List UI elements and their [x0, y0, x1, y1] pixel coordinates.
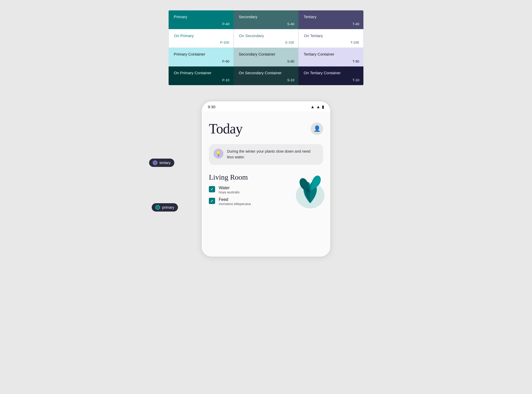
palette-cell: On Tertiary ContainerT-10 [298, 66, 363, 85]
signal-icon: ▲ [316, 105, 320, 109]
palette-cell-code: T-10 [353, 78, 359, 82]
palette-cell-code: S-100 [285, 40, 294, 44]
checkmark-icon-2: ✓ [210, 199, 214, 203]
tertiary-label: tertiary [159, 161, 171, 165]
phone-content: Today 👤 💡 During the winter your plants … [202, 111, 330, 257]
task-list: ✓ Water hoya australis ✓ Feed monstera s… [209, 186, 323, 206]
checkbox-water[interactable]: ✓ [209, 186, 215, 192]
palette-cell: On Primary ContainerP-10 [169, 66, 234, 85]
person-icon: 👤 [314, 125, 321, 132]
palette-cell-code: T-90 [353, 59, 359, 63]
palette-cell-label: Primary Container [174, 52, 228, 56]
palette-cell-label: Tertiary [304, 15, 358, 19]
palette-cell: Primary ContainerP-90 [169, 48, 234, 66]
palette-cell-code: T-40 [353, 22, 359, 26]
tip-card: 💡 During the winter your plants slow dow… [209, 144, 323, 165]
status-bar: 9:30 ▲ ▲ ▮ [202, 101, 330, 111]
palette-cell-code: P-90 [222, 59, 229, 63]
palette-cell-label: On Tertiary [304, 33, 358, 38]
palette-cell-code: S-10 [287, 78, 294, 82]
status-icons: ▲ ▲ ▮ [310, 104, 324, 109]
task-text-feed: Feed monstera siltepecana [219, 197, 251, 206]
status-time: 9:30 [208, 105, 215, 109]
palette-table: PrimaryP-40SecondaryS-40TertiaryT-40On P… [169, 10, 363, 85]
tip-icon: 💡 [214, 149, 223, 159]
checkbox-feed[interactable]: ✓ [209, 198, 215, 204]
phone-header: Today 👤 [209, 121, 323, 137]
task-name-water: Water [219, 186, 240, 190]
primary-pill: primary [152, 203, 178, 212]
palette-cell: TertiaryT-40 [298, 10, 363, 29]
palette-cell: On TertiaryT-100 [298, 29, 363, 48]
palette-cell-label: On Tertiary Container [304, 71, 358, 75]
palette-cell-code: P-40 [222, 22, 229, 26]
palette-cell-label: On Primary Container [174, 71, 228, 75]
primary-label: primary [162, 205, 174, 209]
palette-cell-label: Secondary Container [239, 52, 293, 56]
palette-cell: On PrimaryP-100 [169, 29, 234, 48]
tertiary-pill: tertiary [149, 159, 174, 167]
task-name-feed: Feed [219, 197, 251, 202]
phone-wrapper: tertiary primary 9:30 ▲ ▲ ▮ Today 👤 [201, 101, 331, 257]
palette-cell: On SecondaryS-100 [234, 29, 298, 48]
checkmark-icon: ✓ [210, 187, 214, 191]
palette-cell: On Secondary ContainerS-10 [234, 66, 298, 85]
palette-cell: PrimaryP-40 [169, 10, 234, 29]
palette-cell-code: P-10 [222, 78, 229, 82]
palette-cell: Tertiary ContainerT-90 [298, 48, 363, 66]
wifi-icon: ▲ [310, 105, 315, 109]
palette-cell: Secondary ContainerS-90 [234, 48, 298, 66]
primary-annotation: primary [152, 207, 162, 208]
tertiary-annotation: tertiary [149, 162, 162, 163]
palette-cell-code: P-100 [220, 40, 229, 44]
palette-cell: SecondaryS-40 [234, 10, 298, 29]
palette-cell-label: On Secondary [239, 33, 293, 38]
palette-cell-label: On Secondary Container [239, 71, 293, 75]
palette-cell-code: T-100 [350, 40, 359, 44]
primary-color-circle [155, 205, 160, 210]
tip-text: During the winter your plants slow down … [227, 149, 318, 160]
palette-cell-code: S-40 [287, 22, 294, 26]
palette-cell-label: Tertiary Container [304, 52, 358, 56]
plant-illustration [295, 167, 326, 206]
palette-cell-label: Secondary [239, 15, 293, 19]
today-title: Today [209, 121, 242, 137]
tertiary-color-circle [153, 160, 157, 165]
lightbulb-icon: 💡 [216, 151, 221, 157]
palette-cell-label: Primary [174, 15, 228, 19]
task-text-water: Water hoya australis [219, 186, 240, 194]
avatar-button[interactable]: 👤 [311, 123, 323, 135]
palette-cell-code: S-90 [287, 59, 294, 63]
task-sub-feed: monstera siltepecana [219, 202, 251, 206]
palette-cell-label: On Primary [174, 33, 228, 38]
task-sub-water: hoya australis [219, 190, 240, 194]
battery-icon: ▮ [322, 104, 324, 109]
phone-frame: 9:30 ▲ ▲ ▮ Today 👤 💡 During the winter y… [201, 101, 331, 257]
